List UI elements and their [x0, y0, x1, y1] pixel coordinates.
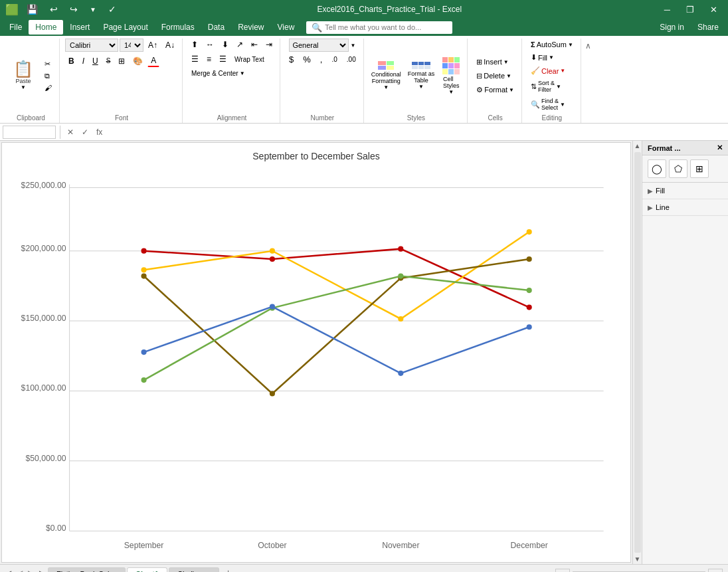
find-select-btn[interactable]: 🔍 Find &Select ▼: [527, 96, 569, 113]
menu-home[interactable]: Home: [29, 20, 63, 35]
percent-btn[interactable]: %: [300, 53, 314, 66]
delete-cells-btn[interactable]: ⊟ Delete ▼: [473, 70, 517, 82]
signin-link[interactable]: Sign in: [653, 20, 691, 35]
close-btn[interactable]: ✕: [705, 3, 723, 16]
scroll-down-btn[interactable]: ▼: [633, 554, 642, 564]
horizontal-scroll-right-btn[interactable]: ▶: [708, 569, 723, 572]
number-format-select[interactable]: General: [289, 39, 349, 52]
ribbon-collapse-btn[interactable]: ∧: [585, 41, 591, 50]
restore-btn[interactable]: ❐: [681, 3, 699, 16]
merge-center-btn[interactable]: Merge & Center ▼: [188, 68, 248, 79]
minimize-btn[interactable]: ─: [659, 3, 676, 16]
format-cells-btn[interactable]: ⚙ Format ▼: [473, 84, 517, 96]
align-center-btn[interactable]: ≡: [203, 53, 215, 65]
svg-point-24: [527, 229, 532, 235]
chart-svg-area[interactable]: $0.00 $50,000.00 $100,000.00 $150,000.00…: [2, 164, 630, 563]
quick-check-btn[interactable]: ✓: [104, 3, 120, 16]
title-bar: 🟩 💾 ↩ ↪ ▼ ✓ Excel2016_Charts_Practice_Tr…: [0, 0, 728, 19]
share-btn[interactable]: Share: [691, 20, 725, 35]
svg-text:September: September: [124, 541, 164, 550]
search-icon: 🔍: [312, 23, 322, 33]
borders-btn[interactable]: ⊞: [115, 55, 128, 67]
clear-btn[interactable]: 🧹 Clear ▼: [527, 64, 569, 77]
insert-icon: ⊞: [476, 58, 482, 66]
window-controls: ─ ❐ ✕: [659, 3, 723, 16]
italic-btn[interactable]: I: [79, 55, 88, 67]
svg-point-25: [141, 273, 146, 278]
tab-nav-next-btn[interactable]: ▷: [25, 567, 37, 572]
sheet-add-btn[interactable]: +: [221, 565, 236, 572]
sort-filter-btn[interactable]: ⇅ Sort &Filter ▼: [527, 78, 565, 95]
formula-input[interactable]: [108, 126, 725, 138]
quick-save-btn[interactable]: 💾: [23, 3, 42, 16]
tab-nav-right-btn[interactable]: ▶: [37, 567, 48, 572]
paste-btn[interactable]: 📋 Paste ▼: [7, 58, 40, 94]
decrease-font-btn[interactable]: A↓: [162, 39, 178, 51]
format-painter-btn[interactable]: 🖌: [41, 82, 55, 93]
quick-undo-btn[interactable]: ↩: [46, 3, 62, 16]
font-label: Font: [65, 114, 178, 122]
panel-shape-btn[interactable]: ◯: [648, 159, 666, 178]
name-box[interactable]: [3, 126, 56, 139]
conditional-formatting-btn[interactable]: ConditionalFormatting ▼: [369, 59, 403, 92]
menu-view[interactable]: View: [271, 20, 302, 35]
sheet-tab-fiction[interactable]: Fiction Book Sales: [48, 567, 126, 572]
font-name-select[interactable]: Calibri: [65, 39, 118, 52]
comma-btn[interactable]: ,: [317, 53, 326, 66]
menu-data[interactable]: Data: [201, 20, 231, 35]
strikethrough-btn[interactable]: S: [103, 56, 114, 66]
cell-styles-btn[interactable]: CellStyles ▼: [439, 55, 463, 97]
tab-nav-left-btn[interactable]: ◀: [3, 567, 14, 572]
align-middle-btn[interactable]: ↔: [203, 39, 217, 50]
indent-increase-btn[interactable]: ⇥: [262, 39, 276, 50]
panel-pentagon-btn[interactable]: ⬠: [669, 159, 687, 178]
quick-customize-btn[interactable]: ▼: [86, 5, 100, 15]
wrap-text-btn[interactable]: Wrap Text: [231, 54, 268, 65]
menu-file[interactable]: File: [3, 20, 29, 35]
align-left-btn[interactable]: ☰: [188, 53, 202, 65]
menu-insert[interactable]: Insert: [63, 20, 96, 35]
increase-decimal-btn[interactable]: .0: [328, 54, 340, 64]
quick-redo-btn[interactable]: ↪: [66, 3, 82, 16]
horizontal-scroll-left-btn[interactable]: ◀: [555, 569, 570, 572]
cut-btn[interactable]: ✂: [41, 58, 55, 70]
increase-font-btn[interactable]: A↑: [145, 39, 161, 51]
search-input[interactable]: [325, 23, 444, 31]
find-dropdown-icon: ▼: [560, 102, 565, 108]
align-top-btn[interactable]: ⬆: [188, 39, 201, 50]
autosum-btn[interactable]: Σ AutoSum ▼: [527, 39, 577, 50]
currency-btn[interactable]: $: [286, 53, 297, 66]
orientation-btn[interactable]: ↗: [233, 39, 246, 50]
scroll-track[interactable]: [634, 152, 641, 553]
fill-btn[interactable]: ⬇ Fill ▼: [527, 51, 557, 64]
insert-cells-btn[interactable]: ⊞ Insert ▼: [473, 56, 517, 68]
underline-btn[interactable]: U: [89, 55, 102, 67]
bold-btn[interactable]: B: [65, 55, 78, 67]
fx-btn[interactable]: fx: [94, 126, 105, 138]
decrease-decimal-btn[interactable]: .00: [343, 54, 359, 64]
align-bottom-btn[interactable]: ⬇: [219, 39, 232, 50]
copy-btn[interactable]: ⧉: [41, 70, 55, 82]
font-size-select[interactable]: 14: [120, 39, 143, 52]
grid-icon: ⊞: [695, 163, 703, 174]
font-color-btn[interactable]: A: [147, 54, 159, 67]
menu-review[interactable]: Review: [231, 20, 270, 35]
panel-line-section[interactable]: ▶ Line: [642, 199, 728, 216]
panel-grid-btn[interactable]: ⊞: [690, 159, 709, 178]
tab-nav-prev-btn[interactable]: ◁: [14, 567, 25, 572]
align-right-btn[interactable]: ☰: [216, 53, 230, 65]
sheet-tab-challenge[interactable]: Challenge: [169, 567, 219, 572]
fill-icon: ⬇: [531, 53, 537, 62]
scroll-up-btn[interactable]: ▲: [633, 141, 642, 151]
panel-fill-section[interactable]: ▶ Fill: [642, 183, 728, 199]
vertical-scrollbar[interactable]: ▲ ▼: [632, 141, 642, 564]
confirm-formula-btn[interactable]: ✓: [79, 126, 91, 138]
menu-formulas[interactable]: Formulas: [155, 20, 201, 35]
sheet-tab-chart1[interactable]: Chart1: [127, 567, 167, 572]
cancel-formula-btn[interactable]: ✕: [64, 126, 76, 138]
indent-decrease-btn[interactable]: ⇤: [248, 39, 261, 50]
fill-color-btn[interactable]: 🎨: [130, 55, 146, 67]
right-panel-close-btn[interactable]: ✕: [717, 143, 723, 152]
menu-pagelayout[interactable]: Page Layout: [96, 20, 154, 35]
format-as-table-btn[interactable]: Format asTable ▼: [406, 60, 437, 92]
